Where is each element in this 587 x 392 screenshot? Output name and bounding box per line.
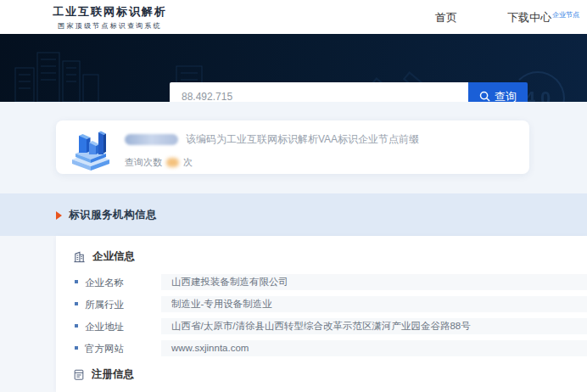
bullet-icon	[75, 346, 78, 350]
row-value-bar: www.sxjinnta.com	[161, 340, 587, 356]
row-value-bar: 制造业-专用设备制造业	[161, 296, 587, 312]
nav-home[interactable]: 首页	[435, 10, 457, 25]
row-label: 所属行业	[85, 299, 124, 311]
triangle-marker-icon	[56, 211, 62, 220]
registration-info-header: 注册信息	[73, 367, 134, 382]
row-label: 企业名称	[85, 277, 124, 289]
bullet-icon	[75, 302, 78, 305]
row-label: 官方网站	[85, 343, 124, 356]
registration-info-title: 注册信息	[92, 367, 134, 382]
row-value-bar: 山西省/太原市/清徐县山西转型综合改革示范区潇河产业园金谷路88号	[161, 318, 587, 334]
identifier-cube-icon	[66, 124, 115, 171]
section-header: 标识服务机构信息	[56, 208, 157, 222]
redacted-count	[166, 158, 179, 167]
result-section: 该编码为工业互联网标识解析VAA标识企业节点前缀 查询次数 次	[0, 102, 587, 193]
result-body: 该编码为工业互联网标识解析VAA标识企业节点前缀 查询次数 次	[125, 132, 519, 169]
address-value: 山西省/太原市/清徐县山西转型综合改革示范区潇河产业园金谷路88号	[161, 318, 587, 334]
building-icon	[73, 250, 86, 263]
query-count-label: 查询次数	[125, 156, 162, 169]
redacted-code	[125, 134, 178, 145]
company-info-card: 企业信息 企业名称 山西建投装备制造有限公司 所属行业 制造业-专用设备制造业 …	[56, 236, 587, 392]
section-band: 标识服务机构信息	[0, 193, 587, 236]
result-message: 该编码为工业互联网标识解析VAA标识企业节点前缀	[186, 132, 419, 147]
company-name-value: 山西建投装备制造有限公司	[161, 274, 587, 290]
table-row: 官方网站 www.sxjinnta.com	[56, 340, 587, 356]
bullet-icon	[75, 280, 78, 283]
detail-section: 企业信息 企业名称 山西建投装备制造有限公司 所属行业 制造业-专用设备制造业 …	[0, 236, 587, 392]
website-value[interactable]: www.sxjinnta.com	[161, 340, 587, 356]
query-count-line: 查询次数 次	[125, 156, 519, 169]
company-info-header: 企业信息	[73, 249, 135, 264]
top-header: 工业互联网标识解析 国家顶级节点标识查询系统 首页 下载中心企业节点	[0, 0, 587, 34]
industry-value: 制造业-专用设备制造业	[161, 296, 587, 312]
query-count-unit: 次	[183, 156, 193, 169]
table-row: 所属行业 制造业-专用设备制造业	[56, 296, 587, 312]
page: 工业互联网标识解析 国家顶级节点标识查询系统 首页 下载中心企业节点 4.0	[0, 0, 587, 392]
company-info-title: 企业信息	[92, 249, 135, 264]
result-card: 该编码为工业互联网标识解析VAA标识企业节点前缀 查询次数 次	[56, 120, 529, 174]
nav-download-label: 下载中心	[507, 11, 551, 24]
logo-subtitle: 国家顶级节点标识查询系统	[53, 21, 167, 31]
section-title: 标识服务机构信息	[69, 208, 157, 222]
bullet-icon	[75, 324, 78, 328]
hero-banner: 4.0 查询	[0, 34, 587, 102]
nav-download-center[interactable]: 下载中心企业节点	[507, 10, 579, 25]
clipboard-icon	[73, 368, 85, 381]
logo-title: 工业互联网标识解析	[53, 4, 167, 20]
row-value-bar: 山西建投装备制造有限公司	[161, 274, 587, 290]
row-label: 企业地址	[85, 321, 124, 333]
logo[interactable]: 工业互联网标识解析 国家顶级节点标识查询系统	[53, 4, 167, 31]
table-row: 企业地址 山西省/太原市/清徐县山西转型综合改革示范区潇河产业园金谷路88号	[56, 318, 587, 334]
nav-download-badge: 企业节点	[552, 11, 579, 19]
search-icon	[479, 91, 490, 102]
result-message-line: 该编码为工业互联网标识解析VAA标识企业节点前缀	[125, 132, 519, 147]
table-row: 企业名称 山西建投装备制造有限公司	[56, 274, 587, 290]
